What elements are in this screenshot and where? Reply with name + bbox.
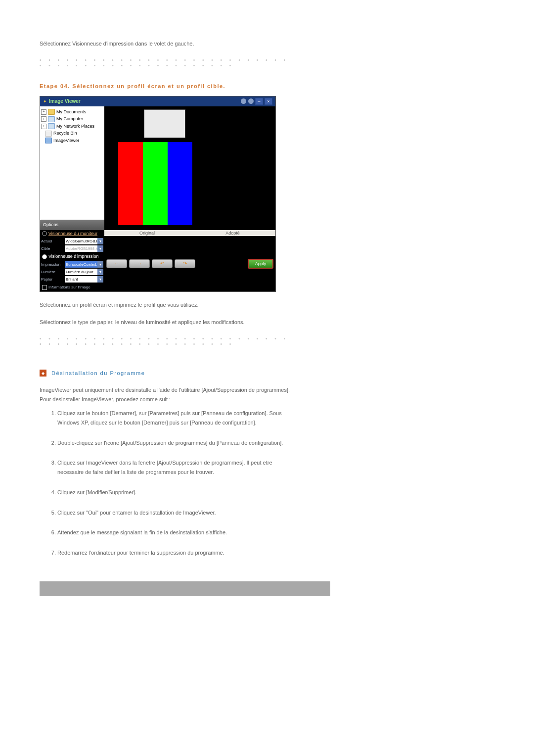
monitor-viewer-radio[interactable]: Visionneuse du moniteur — [40, 230, 104, 237]
original-label: Original — [104, 230, 190, 236]
impression-label: Impression — [40, 262, 65, 267]
close-button[interactable]: × — [265, 98, 272, 105]
tree-my-computer[interactable]: My Computer — [56, 116, 83, 123]
chevron-down-icon[interactable]: ▾ — [97, 269, 103, 275]
actuel-label: Actuel — [40, 239, 65, 243]
step-3: Cliquez sur ImageViewer dans la fenetre … — [57, 458, 297, 476]
window-title: Image Viewer — [49, 98, 81, 104]
adopte-label: Adopté — [190, 230, 275, 236]
chevron-down-icon[interactable]: ▾ — [97, 245, 103, 252]
thumbnail[interactable] — [144, 109, 185, 138]
window-titlebar: ✦ Image Viewer – × — [40, 96, 275, 106]
step-5: Cliquez sur "Oui" pour entamer la desins… — [57, 508, 297, 518]
rotate-left-button[interactable]: ↶ — [152, 259, 173, 268]
minimize-button[interactable]: – — [255, 98, 263, 105]
cible-label: Cible — [40, 246, 65, 251]
papier-label: Papier — [40, 277, 65, 282]
cible-select[interactable]: AdobeRGB1998.icc▾ — [65, 245, 103, 252]
help-icon[interactable] — [248, 98, 254, 104]
options-panel: Visionneuse du moniteur Actuel WideGamut… — [40, 230, 104, 291]
uninstall-p2: Pour desinstaller ImageViewer, procedez … — [40, 395, 297, 404]
step-1: Cliquez sur le bouton [Demarrer], sur [P… — [57, 409, 297, 427]
footer-bar — [40, 581, 330, 596]
image-preview-area — [104, 106, 275, 230]
intro-text: Sélectionnez Visionneuse d'impression da… — [40, 40, 297, 48]
step-4: Cliquez sur [Modifier/Supprimer]. — [57, 488, 297, 497]
lumiere-label: Lumière — [40, 270, 65, 274]
imageviewer-screenshot: ✦ Image Viewer – × +My Documents +My Com… — [40, 96, 276, 292]
tree-my-documents[interactable]: My Documents — [56, 109, 86, 116]
prev-button[interactable]: ← — [106, 259, 127, 268]
impression-select[interactable]: EuroscaleCoated.icc▾ — [65, 261, 103, 268]
divider-dots: • • • • • • • • • • • • • • • • • • • • … — [40, 336, 297, 347]
rotate-right-button[interactable]: ↷ — [175, 259, 195, 268]
step-title: Etape 04. Sélectionnez un profil écran e… — [40, 83, 297, 89]
uninstall-title: Désinstallation du Programme — [51, 370, 145, 376]
section-icon: ◆ — [40, 370, 46, 377]
titlebar-icon[interactable] — [241, 98, 246, 104]
step-6: Attendez que le message signalant la fin… — [57, 528, 297, 537]
lumiere-select[interactable]: Lumière du jour▾ — [65, 269, 103, 275]
post-text-2: Sélectionnez le type de papier, le nivea… — [40, 318, 297, 327]
apply-button[interactable]: Apply — [248, 259, 273, 269]
folder-tree[interactable]: +My Documents +My Computer +My Network P… — [40, 106, 106, 230]
papier-select[interactable]: Brillant▾ — [65, 276, 103, 283]
next-button[interactable]: → — [129, 259, 150, 268]
options-header: Options — [40, 220, 110, 230]
print-viewer-radio[interactable]: Visionneuse d'impression — [40, 253, 104, 260]
star-icon: ✦ — [43, 99, 47, 104]
image-info-checkbox[interactable]: Informations sur l'image — [40, 284, 104, 291]
chevron-down-icon[interactable]: ▾ — [97, 261, 103, 268]
chevron-down-icon[interactable]: ▾ — [97, 238, 103, 244]
post-text-1: Sélectionnez un profil écran et imprimez… — [40, 301, 297, 310]
step-7: Redemarrez l'ordinateur pour terminer la… — [57, 548, 297, 558]
chevron-down-icon[interactable]: ▾ — [97, 276, 103, 283]
uninstall-p1: ImageViewer peut uniquement etre desinst… — [40, 385, 297, 395]
actuel-select[interactable]: WideGamutRGB.icc▾ — [65, 238, 103, 244]
tree-imageviewer[interactable]: ImageViewer — [53, 138, 79, 144]
divider-dots: • • • • • • • • • • • • • • • • • • • • … — [40, 57, 297, 68]
step-2: Double-cliquez sur l'icone [Ajout/Suppre… — [57, 438, 297, 448]
tree-recycle-bin[interactable]: Recycle Bin — [53, 130, 77, 137]
tree-my-network[interactable]: My Network Places — [56, 123, 94, 130]
